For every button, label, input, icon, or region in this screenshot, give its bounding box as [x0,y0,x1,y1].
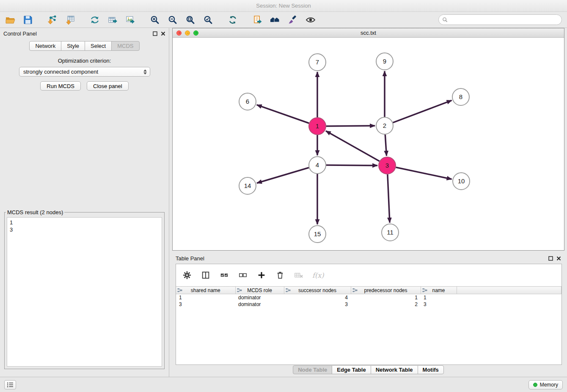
control-panel-title: Control Panel [3,30,37,37]
network-window-titlebar[interactable]: × − + scc.txt [173,28,564,38]
tab-network-table[interactable]: Network Table [371,365,418,374]
folder-icon [5,15,15,25]
search-input[interactable] [450,17,561,23]
graph-node-14[interactable]: 14 [239,177,256,194]
close-panel-button[interactable]: Close panel [87,81,129,91]
split-column-button[interactable] [201,270,211,280]
tab-edge-table[interactable]: Edge Table [332,365,371,374]
zoom-out-button[interactable] [167,14,179,26]
optimization-criterion-value: strongly connected component [23,69,98,75]
column-header-name[interactable]: name [421,287,457,294]
minimize-light[interactable]: − [185,30,190,36]
optimization-criterion-select[interactable]: strongly connected component [19,67,150,77]
graph-edge-1-6[interactable] [257,105,309,123]
close-icon[interactable] [556,256,561,261]
style-button[interactable] [287,14,299,26]
add-column-button[interactable] [256,270,267,280]
table-cell-name[interactable]: 3 [421,301,457,308]
export-image-icon [125,15,135,25]
zoom-fit-button[interactable] [184,14,196,26]
network-window-title: scc.txt [361,30,376,36]
graph-node-1[interactable]: 1 [309,118,326,135]
tab-mcds[interactable]: MCDS [111,41,139,51]
graph-node-8[interactable]: 8 [452,88,469,105]
table-toolbar: f(x) [176,264,561,286]
refresh-button[interactable] [227,14,239,26]
graph-node-4[interactable]: 4 [309,157,326,174]
search-field[interactable] [438,14,562,25]
table-cell-mcds-role[interactable]: dominator [235,294,284,301]
graph-node-15[interactable]: 15 [309,226,326,243]
float-icon[interactable] [153,31,157,36]
select-all-button[interactable] [219,270,229,280]
run-mcds-button[interactable]: Run MCDS [40,81,81,91]
close-light[interactable]: × [176,30,182,36]
optimization-criterion-label: Optimization criterion: [0,58,169,64]
graph-edge-4-14[interactable] [257,168,309,183]
task-history-button[interactable] [4,380,16,389]
tab-select[interactable]: Select [85,41,112,51]
table-cell-filler [457,301,561,308]
table-panel-content: f(x) shared nameMCDS rolesuccessor nodes… [176,264,562,365]
mcds-result-list[interactable]: 13 [7,217,162,367]
control-panel-tabs: NetworkStyleSelectMCDS [0,41,169,51]
mcds-result-line: 3 [10,226,162,233]
graph-edge-3-11[interactable] [388,174,390,223]
network-canvas[interactable]: 7968124314101511 [173,38,564,250]
graph-edge-2-8[interactable] [393,100,452,123]
tab-motifs[interactable]: Motifs [418,365,444,374]
graph-edge-1-2[interactable] [326,126,375,126]
settings-button[interactable] [182,270,192,280]
table-cell-mcds-role[interactable]: dominator [235,301,284,308]
graph-node-10[interactable]: 10 [453,173,470,190]
function-builder-button[interactable]: f(x) [312,271,324,279]
overview-button[interactable] [269,14,281,26]
visibility-button[interactable] [305,14,317,26]
open-session-button[interactable] [4,14,16,26]
zoom-light[interactable]: + [193,30,198,36]
export-table-icon [107,15,118,25]
zoom-selected-button[interactable] [202,14,214,26]
table-cell-successor-nodes[interactable]: 3 [284,301,351,308]
tab-style[interactable]: Style [61,41,85,51]
export-image-button[interactable] [124,14,136,26]
delete-column-button[interactable] [275,270,285,280]
column-header-successor-nodes[interactable]: successor nodes [284,287,351,294]
export-network-button[interactable] [89,14,101,26]
float-icon[interactable] [548,256,553,261]
zoom-in-button[interactable] [149,14,161,26]
graph-edge-2-3[interactable] [385,135,386,156]
graph-node-7[interactable]: 7 [309,54,326,71]
table-cell-predecessor-nodes[interactable]: 1 [351,294,421,301]
table-cell-predecessor-nodes[interactable]: 2 [351,301,421,308]
import-network-button[interactable] [47,14,58,26]
graph-edge-3-10[interactable] [396,167,452,179]
graph-node-2[interactable]: 2 [376,117,393,134]
deselect-all-button[interactable] [238,270,248,280]
table-cell-successor-nodes[interactable]: 4 [284,294,351,301]
table-cell-name[interactable]: 1 [421,294,457,301]
graph-node-3[interactable]: 3 [379,157,396,174]
copy-view-button[interactable] [251,14,263,26]
graph-node-11[interactable]: 11 [382,224,399,241]
refresh-icon [228,15,238,25]
close-icon[interactable] [161,31,165,36]
import-table-button[interactable] [64,14,76,26]
memory-button[interactable]: Memory [528,380,563,389]
column-header-predecessor-nodes[interactable]: predecessor nodes [351,287,421,294]
graph-node-6[interactable]: 6 [239,93,256,110]
column-header-mcds-role[interactable]: MCDS role [235,287,284,294]
graph-edge-3-1[interactable] [326,131,380,161]
svg-text:2: 2 [383,122,386,129]
table-cell-shared-name[interactable]: 1 [176,294,235,301]
graph-node-9[interactable]: 9 [376,53,393,70]
save-session-button[interactable] [22,14,34,26]
tab-network[interactable]: Network [29,41,61,51]
delete-table-button[interactable] [294,270,304,280]
graph-edge-4-3[interactable] [326,165,377,166]
export-table-button[interactable] [107,14,118,26]
tab-node-table[interactable]: Node Table [293,365,332,374]
table-cell-shared-name[interactable]: 3 [176,301,235,308]
trash-icon [275,271,285,280]
column-header-shared-name[interactable]: shared name [176,287,235,294]
